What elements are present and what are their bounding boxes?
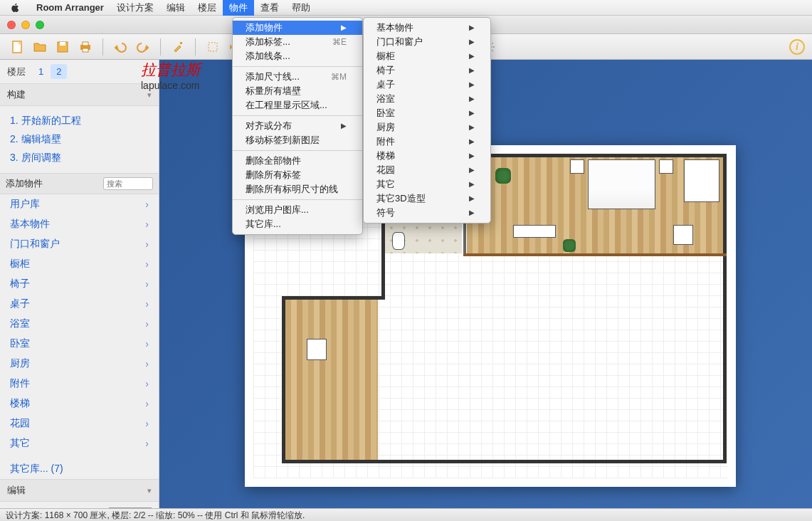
svg-rect-5: [83, 48, 88, 52]
build-step-rooms[interactable]: 3. 房间调整: [10, 149, 149, 167]
floor-color-swatch[interactable]: [109, 507, 152, 508]
menu-item[interactable]: 添加标签...⌘E: [233, 35, 362, 49]
svg-rect-7: [209, 43, 217, 51]
menubar-design[interactable]: 设计方案: [110, 0, 160, 16]
window-close-button[interactable]: [7, 21, 16, 29]
menubar-objects[interactable]: 物件: [223, 0, 254, 16]
submenu-item[interactable]: 基本物件▶: [364, 21, 490, 35]
edit-section-header[interactable]: 编辑 ▾: [0, 480, 159, 502]
category-item[interactable]: 其它›: [0, 433, 159, 453]
furniture-toilet[interactable]: [392, 232, 405, 250]
furniture-plant[interactable]: [563, 239, 576, 252]
category-item[interactable]: 花园›: [0, 414, 159, 433]
submenu-item[interactable]: 卧室▶: [364, 106, 490, 120]
category-item[interactable]: 厨房›: [0, 354, 159, 374]
menu-item[interactable]: 删除全部物件: [233, 154, 362, 168]
menubar-app-name[interactable]: Room Arranger: [30, 0, 110, 16]
add-objects-header: 添加物件: [0, 174, 159, 194]
window-minimize-button[interactable]: [21, 21, 30, 29]
search-input[interactable]: [103, 177, 153, 190]
submenu-item[interactable]: 花园▶: [364, 163, 490, 177]
category-item[interactable]: 楼梯›: [0, 394, 159, 414]
build-step-new[interactable]: 1. 开始新的工程: [10, 112, 149, 130]
floor-label: 楼层: [7, 65, 26, 78]
system-menubar: Room Arranger 设计方案 编辑 楼层 物件 查看 帮助: [0, 0, 812, 16]
status-bar: 设计方案: 1168 × 700 厘米, 楼层: 2/2 -- 缩放: 50% …: [0, 508, 812, 521]
menu-item[interactable]: 添加线条...: [233, 49, 362, 63]
sidebar: 楼层 1 2 构建 ▾ 1. 开始新的工程 2. 编辑墙壁 3. 房间调整 添加…: [0, 60, 159, 508]
floor-tab-1[interactable]: 1: [33, 64, 49, 79]
furniture-nightstand[interactable]: [570, 159, 584, 174]
menubar-floor[interactable]: 楼层: [191, 0, 223, 16]
submenu-item[interactable]: 其它▶: [364, 177, 490, 191]
furniture-cabinet[interactable]: [513, 225, 556, 238]
menu-item[interactable]: 浏览用户图库...: [233, 203, 362, 217]
menu-item[interactable]: 添加尺寸线...⌘M: [233, 70, 362, 84]
submenu-item[interactable]: 橱柜▶: [364, 49, 490, 63]
open-file-button[interactable]: [30, 38, 50, 56]
category-item[interactable]: 用户库›: [0, 194, 159, 214]
chevron-down-icon: ▾: [147, 486, 152, 495]
submenu-item[interactable]: 浴室▶: [364, 92, 490, 106]
furniture-nightstand[interactable]: [659, 159, 673, 174]
furniture-chair[interactable]: [307, 339, 327, 360]
submenu-item[interactable]: 椅子▶: [364, 63, 490, 78]
furniture-plant[interactable]: [495, 168, 511, 184]
window-maximize-button[interactable]: [36, 21, 44, 29]
menu-item[interactable]: 删除所有标明尺寸的线: [233, 182, 362, 196]
furniture-chair[interactable]: [673, 225, 693, 245]
print-button[interactable]: [75, 38, 95, 56]
save-button[interactable]: [53, 38, 73, 56]
submenu-item[interactable]: 桌子▶: [364, 78, 490, 92]
undo-button[interactable]: [110, 38, 130, 56]
category-item[interactable]: 椅子›: [0, 274, 159, 294]
submenu-item[interactable]: 门口和窗户▶: [364, 35, 490, 49]
floor-tab-2[interactable]: 2: [51, 64, 67, 79]
submenu-item[interactable]: 厨房▶: [364, 120, 490, 135]
build-step-walls[interactable]: 2. 编辑墙壁: [10, 130, 149, 149]
build-section-header[interactable]: 构建 ▾: [0, 84, 159, 106]
menu-item[interactable]: 在工程里显示区域...: [233, 98, 362, 112]
floor-tabs-row: 楼层 1 2: [0, 60, 159, 84]
category-item[interactable]: 卧室›: [0, 334, 159, 354]
paint-button[interactable]: [168, 38, 188, 56]
other-libs-item[interactable]: 其它库... (7): [0, 459, 159, 479]
submenu-item[interactable]: 符号▶: [364, 206, 490, 220]
category-item[interactable]: 浴室›: [0, 314, 159, 334]
category-item[interactable]: 桌子›: [0, 294, 159, 314]
select-tool-button[interactable]: [203, 38, 223, 56]
menu-item[interactable]: 移动标签到新图层: [233, 133, 362, 147]
category-item[interactable]: 橱柜›: [0, 254, 159, 274]
category-item[interactable]: 门口和窗户›: [0, 234, 159, 254]
svg-rect-2: [60, 42, 65, 46]
new-file-button[interactable]: [7, 38, 27, 56]
furniture-bed[interactable]: [588, 159, 655, 209]
furniture-desk[interactable]: [684, 159, 719, 202]
category-item[interactable]: 基本物件›: [0, 214, 159, 234]
objects-menu-dropdown: 添加物件▶添加标签...⌘E添加线条...添加尺寸线...⌘M标量所有墙壁在工程…: [232, 17, 363, 235]
svg-rect-6: [180, 42, 182, 44]
menubar-edit[interactable]: 编辑: [160, 0, 191, 16]
category-item[interactable]: 附件›: [0, 374, 159, 394]
submenu-item[interactable]: 楼梯▶: [364, 149, 490, 163]
menu-item[interactable]: 对齐或分布▶: [233, 119, 362, 133]
menu-item[interactable]: 标量所有墙壁: [233, 84, 362, 98]
add-objects-submenu: 基本物件▶门口和窗户▶橱柜▶椅子▶桌子▶浴室▶卧室▶厨房▶附件▶楼梯▶花园▶其它…: [363, 17, 491, 223]
info-button[interactable]: i: [789, 39, 805, 55]
submenu-item[interactable]: 附件▶: [364, 135, 490, 149]
svg-rect-4: [83, 42, 88, 46]
menubar-view[interactable]: 查看: [254, 0, 285, 16]
menu-item[interactable]: 其它库...: [233, 217, 362, 231]
redo-button[interactable]: [133, 38, 153, 56]
menubar-help[interactable]: 帮助: [285, 0, 317, 16]
apple-logo-icon[interactable]: [10, 3, 20, 13]
menu-item[interactable]: 添加物件▶: [233, 21, 362, 35]
chevron-down-icon: ▾: [147, 90, 152, 100]
submenu-item[interactable]: 其它3D造型▶: [364, 191, 490, 206]
menu-item[interactable]: 删除所有标签: [233, 168, 362, 182]
